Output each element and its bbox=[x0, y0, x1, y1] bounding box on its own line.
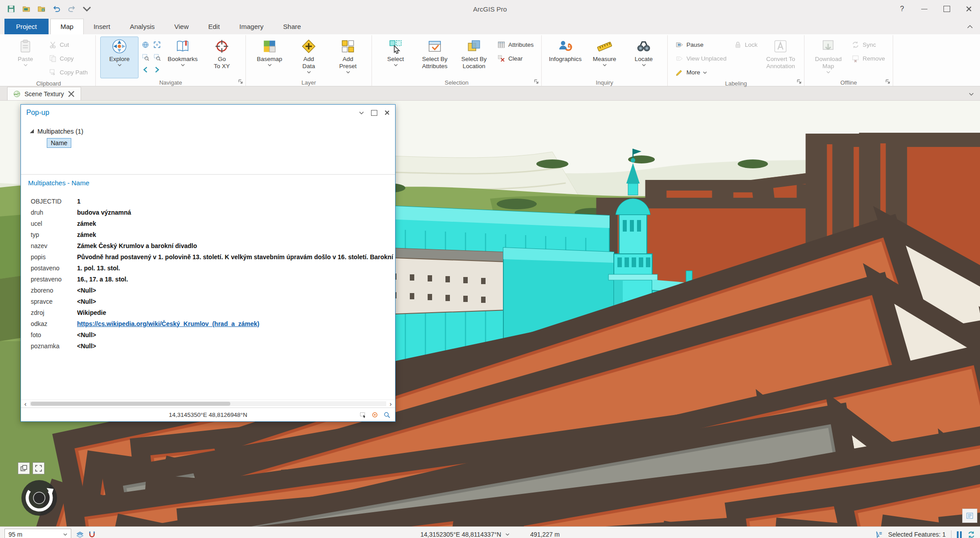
close-button[interactable] bbox=[958, 0, 980, 18]
view-tab-scene[interactable]: Scene Textury bbox=[7, 87, 81, 100]
open-project-icon[interactable] bbox=[21, 4, 31, 14]
undo-icon[interactable] bbox=[52, 4, 61, 14]
scale-combobox[interactable]: 95 m bbox=[4, 529, 71, 538]
maximize-button[interactable] bbox=[935, 0, 958, 18]
tab-project[interactable]: Project bbox=[4, 19, 49, 34]
paste-button[interactable]: Paste bbox=[6, 37, 45, 78]
odkaz-link[interactable]: https://cs.wikipedia.org/wiki/Český_Krum… bbox=[77, 320, 395, 327]
layers-status-icon[interactable] bbox=[76, 530, 84, 538]
scale-caret-icon[interactable] bbox=[63, 533, 67, 536]
tab-view[interactable]: View bbox=[164, 19, 198, 34]
full-extent-button[interactable] bbox=[139, 38, 151, 51]
scene-view[interactable]: Pop-up Multipatches (1) Name Multipatche… bbox=[0, 101, 980, 526]
save-as-icon[interactable] bbox=[37, 4, 46, 14]
flash-feature-icon[interactable] bbox=[371, 411, 379, 419]
customize-toolbar-caret-icon[interactable] bbox=[82, 4, 92, 14]
tab-analysis[interactable]: Analysis bbox=[120, 19, 164, 34]
pause-labeling-button[interactable]: Pause bbox=[672, 38, 730, 52]
selection-dialog-launcher-icon[interactable] bbox=[534, 78, 539, 84]
select-button[interactable]: Select bbox=[376, 37, 415, 78]
navigator-mode-button[interactable] bbox=[18, 462, 30, 474]
ribbon-tab-row: Project Map Insert Analysis View Edit Im… bbox=[0, 18, 980, 34]
help-button[interactable]: ? bbox=[891, 0, 913, 18]
select-by-location-button[interactable]: Select By Location bbox=[455, 37, 493, 78]
navigate-dialog-launcher-icon[interactable] bbox=[238, 78, 244, 84]
popup-header[interactable]: Pop-up bbox=[21, 105, 395, 121]
remove-button[interactable]: Remove bbox=[848, 52, 888, 65]
field-row-zboreno: zboreno<Null> bbox=[31, 285, 395, 296]
previous-extent-button[interactable] bbox=[139, 63, 151, 76]
tree-node-multipatches[interactable]: Multipatches (1) bbox=[30, 125, 395, 137]
tab-edit[interactable]: Edit bbox=[199, 19, 230, 34]
navigator-expand-button[interactable] bbox=[33, 462, 45, 474]
add-preset-icon bbox=[340, 39, 355, 54]
view-tab-list-caret-icon[interactable] bbox=[969, 90, 974, 98]
popup-close-icon[interactable] bbox=[384, 110, 390, 115]
fixed-zoom-out-button[interactable] bbox=[151, 51, 163, 63]
redo-icon[interactable] bbox=[67, 4, 77, 14]
locate-button[interactable]: Locate bbox=[625, 37, 663, 78]
pane-toggle-button[interactable] bbox=[962, 509, 977, 523]
cut-button[interactable]: Cut bbox=[45, 38, 91, 52]
download-map-button[interactable]: Download Map bbox=[809, 37, 847, 78]
tab-map[interactable]: Map bbox=[50, 19, 84, 34]
sync-button[interactable]: Sync bbox=[848, 38, 888, 52]
select-features-icon[interactable] bbox=[359, 411, 367, 419]
close-view-icon[interactable] bbox=[67, 90, 75, 98]
tab-share[interactable]: Share bbox=[274, 19, 311, 34]
clear-selection-button[interactable]: Clear bbox=[494, 52, 537, 65]
scrollbar-track[interactable] bbox=[30, 401, 386, 406]
field-row-ucel: ucelzámek bbox=[31, 218, 395, 229]
coordinates-caret-icon[interactable] bbox=[506, 533, 510, 536]
copy-path-button[interactable]: Copy Path bbox=[45, 65, 91, 79]
add-data-icon bbox=[301, 39, 316, 54]
go-to-xy-button[interactable]: Go To XY bbox=[203, 37, 241, 78]
add-data-button[interactable]: Add Data bbox=[290, 37, 328, 78]
offline-dialog-launcher-icon[interactable] bbox=[885, 78, 891, 84]
zoom-to-feature-icon[interactable] bbox=[383, 411, 391, 419]
scroll-right-icon[interactable]: › bbox=[386, 400, 395, 407]
scrollbar-thumb[interactable] bbox=[31, 402, 230, 406]
on-screen-navigator[interactable] bbox=[20, 478, 59, 518]
lock-labels-button[interactable]: Lock bbox=[731, 38, 761, 52]
field-row-typ: typzámek bbox=[31, 229, 395, 240]
view-unplaced-button[interactable]: View Unplaced bbox=[672, 52, 730, 65]
tab-insert[interactable]: Insert bbox=[84, 19, 120, 34]
popup-menu-caret-icon[interactable] bbox=[359, 111, 364, 114]
popup-title: Pop-up bbox=[26, 109, 49, 117]
measure-icon bbox=[597, 39, 612, 54]
basemap-button[interactable]: Basemap bbox=[250, 37, 289, 78]
zoom-to-selection-button[interactable] bbox=[139, 51, 151, 63]
scroll-left-icon[interactable]: ‹ bbox=[21, 400, 30, 407]
tab-imagery[interactable]: Imagery bbox=[229, 19, 273, 34]
popup-dock-icon[interactable] bbox=[371, 110, 377, 116]
explore-button[interactable]: Explore bbox=[100, 37, 139, 78]
select-by-attributes-button[interactable]: Select By Attributes bbox=[416, 37, 454, 78]
refresh-view-icon[interactable] bbox=[967, 530, 976, 538]
more-labeling-button[interactable]: More bbox=[672, 65, 730, 79]
bookmarks-button[interactable]: Bookmarks bbox=[163, 37, 202, 78]
group-label-inquiry: Inquiry bbox=[543, 78, 666, 87]
infographics-button[interactable]: Infographics bbox=[546, 37, 584, 78]
fixed-zoom-extent-button[interactable] bbox=[151, 38, 163, 51]
popup-coordinates: 14,3145350°E 48,8126948°N bbox=[21, 412, 395, 418]
convert-to-annotation-button[interactable]: Convert To Annotation bbox=[761, 37, 800, 78]
collapse-ribbon-icon[interactable] bbox=[967, 22, 973, 30]
pointer-coordinates: 14,3152305°E 48,8114337°N bbox=[421, 531, 501, 538]
minimize-button[interactable] bbox=[913, 0, 935, 18]
popup-horizontal-scrollbar[interactable]: ‹ › bbox=[21, 399, 395, 408]
pause-drawing-icon[interactable] bbox=[957, 531, 962, 538]
snapping-icon[interactable] bbox=[88, 530, 96, 538]
labeling-dialog-launcher-icon[interactable] bbox=[796, 78, 802, 84]
attributes-button[interactable]: Attributes bbox=[494, 38, 537, 52]
select-icon bbox=[388, 39, 403, 54]
next-extent-button[interactable] bbox=[151, 63, 163, 76]
save-project-icon[interactable] bbox=[6, 4, 16, 14]
copy-path-icon bbox=[49, 68, 57, 77]
measure-button[interactable]: Measure bbox=[585, 37, 624, 78]
popup-window: Pop-up Multipatches (1) Name Multipatche… bbox=[20, 104, 396, 422]
tree-node-name-selected[interactable]: Name bbox=[47, 138, 71, 148]
copy-button[interactable]: Copy bbox=[45, 52, 91, 65]
add-preset-button[interactable]: Add Preset bbox=[329, 37, 367, 78]
tree-expander-icon[interactable] bbox=[30, 129, 34, 133]
